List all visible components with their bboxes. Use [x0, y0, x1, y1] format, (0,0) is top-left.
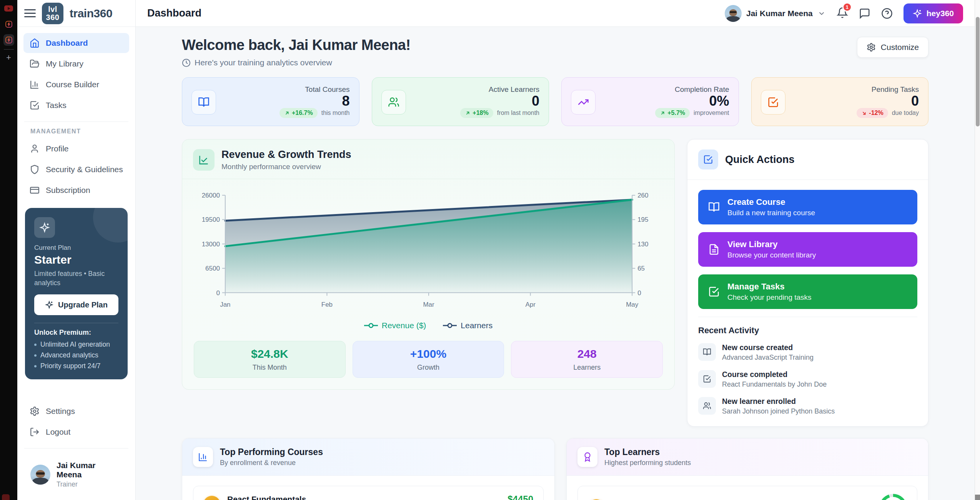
customize-button[interactable]: Customize [857, 37, 928, 58]
active-app-tab[interactable] [3, 34, 14, 46]
quick-actions-card: Quick Actions Create CourseBuild a new t… [687, 139, 928, 427]
course-row[interactable]: 1 React Fundamentals 89 students $4450 9… [193, 486, 544, 500]
quick-actions-title: Quick Actions [725, 154, 795, 166]
sidebar-item-my-library[interactable]: My Library [23, 54, 129, 74]
users-icon [698, 397, 716, 415]
sidebar: lvl 360 train360 Dashboard My Library Co… [17, 0, 136, 500]
stat-card-total-courses[interactable]: Total Courses 8 +16.7% this month [182, 77, 359, 126]
avatar [30, 465, 50, 485]
svg-text:26000: 26000 [202, 192, 220, 199]
app-tab-icon[interactable] [5, 21, 12, 29]
svg-text:195: 195 [637, 216, 648, 223]
learner-row[interactable]: 1 Sarah Johnson 8 courses • 127h 94% Sco… [577, 486, 917, 500]
create-course-button[interactable]: Create CourseBuild a new training course [698, 190, 917, 224]
trend-area-chart[interactable]: 06500130001950026000065130195260JanFebMa… [182, 189, 674, 316]
upgrade-plan-button[interactable]: Upgrade Plan [34, 294, 118, 315]
svg-text:6500: 6500 [205, 265, 220, 272]
stat-card-completion-rate[interactable]: Completion Rate 0% +5.7% improvement [561, 77, 739, 126]
scrollbar-corner [975, 495, 980, 500]
sidebar-item-security[interactable]: Security & Guidelines [23, 159, 129, 179]
summary-learners: 248 Learners [511, 341, 663, 378]
sparkles-icon [913, 9, 922, 18]
youtube-icon[interactable] [4, 5, 13, 12]
svg-text:130: 130 [637, 241, 648, 248]
new-tab-button[interactable]: + [6, 53, 11, 62]
plan-name: Starter [34, 253, 118, 266]
svg-text:13000: 13000 [202, 241, 220, 248]
topbar-user-name: Jai Kumar Meena [746, 9, 813, 18]
premium-feature: Unlimited AI generation [34, 341, 118, 349]
check-square-icon [708, 286, 720, 297]
check-square-icon [698, 150, 718, 169]
svg-text:0: 0 [637, 289, 641, 297]
divider [698, 317, 917, 317]
sidebar-item-subscription[interactable]: Subscription [23, 180, 129, 200]
sidebar-item-profile[interactable]: Profile [23, 139, 129, 159]
revenue-chart-card: Revenue & Growth Trends Monthly performa… [182, 139, 675, 390]
sidebar-user[interactable]: Jai Kumar Meena Trainer [17, 455, 135, 496]
content: Welcome back, Jai Kumar Meena! Here's yo… [136, 27, 975, 500]
notifications-button[interactable]: 1 [837, 7, 848, 20]
gear-icon [30, 406, 40, 416]
trending-up-icon [571, 90, 596, 115]
svg-text:Mar: Mar [423, 301, 434, 308]
plan-description: Limited features • Basic analytics [34, 269, 118, 287]
user-name: Jai Kumar Meena [57, 461, 122, 479]
welcome-heading: Welcome back, Jai Kumar Meena! [182, 37, 411, 53]
sidebar-item-course-builder[interactable]: Course Builder [23, 75, 129, 95]
manage-tasks-button[interactable]: Manage TasksCheck your pending tasks [698, 274, 917, 309]
shield-icon [30, 164, 40, 174]
stat-value: 8 [342, 94, 349, 108]
credit-card-icon [30, 185, 40, 195]
award-icon [577, 447, 597, 467]
sidebar-item-tasks[interactable]: Tasks [23, 95, 129, 115]
main-area: Dashboard Jai Kumar Meena 1 hey360 [136, 0, 975, 500]
sparkles-icon [34, 217, 55, 238]
svg-text:Feb: Feb [321, 301, 333, 308]
svg-text:260: 260 [637, 192, 648, 199]
hey360-button[interactable]: hey360 [903, 3, 963, 23]
scrollbar-thumb[interactable] [976, 17, 980, 126]
folder-icon [30, 59, 40, 69]
arrow-up-right-icon [660, 110, 666, 116]
brand-logo-top: lvl [48, 5, 57, 13]
chart-summaries: $24.8K This Month +100% Growth 248 Learn… [182, 332, 674, 389]
svg-text:Apr: Apr [525, 301, 536, 308]
legend-revenue[interactable]: Revenue ($) [364, 321, 426, 330]
help-icon[interactable] [881, 8, 893, 19]
activity-item[interactable]: Course completed React Fundamentals by J… [698, 370, 917, 389]
bar-chart-icon [30, 80, 40, 90]
brand-logo[interactable]: lvl 360 [42, 3, 63, 24]
dock-bottom-icon [2, 494, 10, 500]
learner-score: 94% [856, 499, 873, 500]
sidebar-item-dashboard[interactable]: Dashboard [23, 33, 129, 53]
user-menu[interactable]: Jai Kumar Meena [725, 5, 826, 22]
view-library-button[interactable]: View LibraryBrowse your content library [698, 232, 917, 267]
activity-item[interactable]: New course created Advanced JavaScript T… [698, 343, 917, 362]
stat-card-pending-tasks[interactable]: Pending Tasks 0 -12% due today [751, 77, 929, 126]
welcome-subheading: Here's your training analytics overview [182, 58, 411, 67]
stat-value: 0 [911, 94, 919, 108]
sidebar-item-settings[interactable]: Settings [23, 401, 129, 421]
chat-icon[interactable] [859, 8, 870, 19]
sidebar-divider [24, 121, 128, 122]
trend-badge: +18% [460, 108, 493, 118]
stat-card-active-learners[interactable]: Active Learners 0 +18% from last month [372, 77, 549, 126]
premium-feature: Priority support 24/7 [34, 362, 118, 370]
avatar [725, 5, 742, 22]
sparkles-icon [45, 301, 53, 309]
activity-item[interactable]: New learner enrolled Sarah Johnson joine… [698, 397, 917, 415]
arrow-up-right-icon [284, 110, 290, 116]
legend-learners[interactable]: Learners [443, 321, 492, 330]
line-chart-icon [193, 149, 215, 171]
top-courses-subtitle: By enrollment & revenue [220, 459, 323, 467]
svg-text:65: 65 [637, 265, 645, 272]
score-ring: 95% [879, 494, 907, 500]
trend-badge: +16.7% [280, 108, 318, 118]
sidebar-nav: Dashboard My Library Course Builder Task… [17, 27, 135, 201]
menu-icon[interactable] [24, 9, 36, 17]
chart-subtitle: Monthly performance overview [221, 163, 351, 171]
stat-value: 0 [532, 94, 539, 108]
sidebar-item-logout[interactable]: Logout [23, 422, 129, 442]
welcome-section: Welcome back, Jai Kumar Meena! Here's yo… [182, 37, 928, 67]
